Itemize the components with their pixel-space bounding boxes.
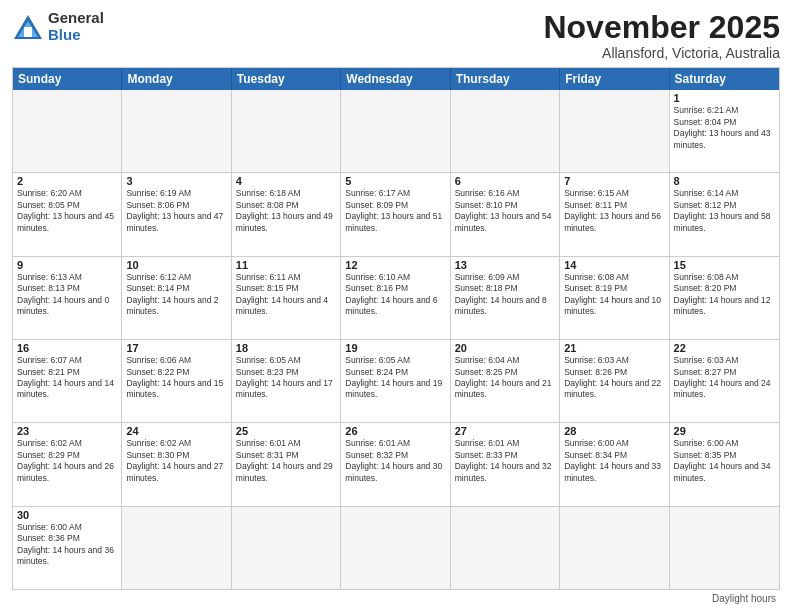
logo-icon	[12, 13, 44, 41]
logo-text: General Blue	[48, 10, 104, 43]
day-number: 6	[455, 175, 555, 187]
day-cell-21: 21Sunrise: 6:03 AM Sunset: 8:26 PM Dayli…	[560, 340, 669, 422]
day-number: 29	[674, 425, 775, 437]
day-info: Sunrise: 6:12 AM Sunset: 8:14 PM Dayligh…	[126, 272, 226, 318]
day-number: 11	[236, 259, 336, 271]
location-subtitle: Allansford, Victoria, Australia	[543, 45, 780, 61]
day-cell-4: 4Sunrise: 6:18 AM Sunset: 8:08 PM Daylig…	[232, 173, 341, 255]
day-number: 3	[126, 175, 226, 187]
day-info: Sunrise: 6:02 AM Sunset: 8:30 PM Dayligh…	[126, 438, 226, 484]
empty-cell	[560, 90, 669, 172]
day-info: Sunrise: 6:07 AM Sunset: 8:21 PM Dayligh…	[17, 355, 117, 401]
day-number: 7	[564, 175, 664, 187]
day-cell-5: 5Sunrise: 6:17 AM Sunset: 8:09 PM Daylig…	[341, 173, 450, 255]
day-number: 26	[345, 425, 445, 437]
footer-note: Daylight hours	[12, 593, 780, 604]
day-info: Sunrise: 6:15 AM Sunset: 8:11 PM Dayligh…	[564, 188, 664, 234]
day-info: Sunrise: 6:02 AM Sunset: 8:29 PM Dayligh…	[17, 438, 117, 484]
day-cell-7: 7Sunrise: 6:15 AM Sunset: 8:11 PM Daylig…	[560, 173, 669, 255]
day-cell-30: 30Sunrise: 6:00 AM Sunset: 8:36 PM Dayli…	[13, 507, 122, 589]
day-header-monday: Monday	[122, 68, 231, 90]
day-number: 30	[17, 509, 117, 521]
day-info: Sunrise: 6:19 AM Sunset: 8:06 PM Dayligh…	[126, 188, 226, 234]
calendar-body: 1Sunrise: 6:21 AM Sunset: 8:04 PM Daylig…	[13, 90, 779, 589]
day-cell-16: 16Sunrise: 6:07 AM Sunset: 8:21 PM Dayli…	[13, 340, 122, 422]
empty-cell	[122, 507, 231, 589]
day-number: 19	[345, 342, 445, 354]
header: General Blue November 2025 Allansford, V…	[12, 10, 780, 61]
day-cell-19: 19Sunrise: 6:05 AM Sunset: 8:24 PM Dayli…	[341, 340, 450, 422]
calendar-week-4: 16Sunrise: 6:07 AM Sunset: 8:21 PM Dayli…	[13, 339, 779, 422]
day-cell-6: 6Sunrise: 6:16 AM Sunset: 8:10 PM Daylig…	[451, 173, 560, 255]
day-number: 4	[236, 175, 336, 187]
day-info: Sunrise: 6:03 AM Sunset: 8:26 PM Dayligh…	[564, 355, 664, 401]
day-info: Sunrise: 6:01 AM Sunset: 8:32 PM Dayligh…	[345, 438, 445, 484]
calendar-week-5: 23Sunrise: 6:02 AM Sunset: 8:29 PM Dayli…	[13, 422, 779, 505]
day-cell-17: 17Sunrise: 6:06 AM Sunset: 8:22 PM Dayli…	[122, 340, 231, 422]
calendar-week-2: 2Sunrise: 6:20 AM Sunset: 8:05 PM Daylig…	[13, 172, 779, 255]
day-cell-1: 1Sunrise: 6:21 AM Sunset: 8:04 PM Daylig…	[670, 90, 779, 172]
day-info: Sunrise: 6:06 AM Sunset: 8:22 PM Dayligh…	[126, 355, 226, 401]
day-info: Sunrise: 6:21 AM Sunset: 8:04 PM Dayligh…	[674, 105, 775, 151]
day-header-wednesday: Wednesday	[341, 68, 450, 90]
day-number: 25	[236, 425, 336, 437]
day-number: 18	[236, 342, 336, 354]
day-cell-3: 3Sunrise: 6:19 AM Sunset: 8:06 PM Daylig…	[122, 173, 231, 255]
day-info: Sunrise: 6:04 AM Sunset: 8:25 PM Dayligh…	[455, 355, 555, 401]
day-cell-27: 27Sunrise: 6:01 AM Sunset: 8:33 PM Dayli…	[451, 423, 560, 505]
empty-cell	[560, 507, 669, 589]
day-number: 16	[17, 342, 117, 354]
day-number: 13	[455, 259, 555, 271]
empty-cell	[341, 90, 450, 172]
day-header-tuesday: Tuesday	[232, 68, 341, 90]
day-info: Sunrise: 6:08 AM Sunset: 8:20 PM Dayligh…	[674, 272, 775, 318]
day-cell-26: 26Sunrise: 6:01 AM Sunset: 8:32 PM Dayli…	[341, 423, 450, 505]
day-cell-11: 11Sunrise: 6:11 AM Sunset: 8:15 PM Dayli…	[232, 257, 341, 339]
calendar-week-6: 30Sunrise: 6:00 AM Sunset: 8:36 PM Dayli…	[13, 506, 779, 589]
day-cell-14: 14Sunrise: 6:08 AM Sunset: 8:19 PM Dayli…	[560, 257, 669, 339]
page: General Blue November 2025 Allansford, V…	[0, 0, 792, 612]
day-number: 15	[674, 259, 775, 271]
calendar-week-3: 9Sunrise: 6:13 AM Sunset: 8:13 PM Daylig…	[13, 256, 779, 339]
day-info: Sunrise: 6:08 AM Sunset: 8:19 PM Dayligh…	[564, 272, 664, 318]
day-number: 14	[564, 259, 664, 271]
day-info: Sunrise: 6:00 AM Sunset: 8:35 PM Dayligh…	[674, 438, 775, 484]
day-info: Sunrise: 6:20 AM Sunset: 8:05 PM Dayligh…	[17, 188, 117, 234]
day-cell-25: 25Sunrise: 6:01 AM Sunset: 8:31 PM Dayli…	[232, 423, 341, 505]
day-number: 10	[126, 259, 226, 271]
day-header-sunday: Sunday	[13, 68, 122, 90]
empty-cell	[122, 90, 231, 172]
calendar-week-1: 1Sunrise: 6:21 AM Sunset: 8:04 PM Daylig…	[13, 90, 779, 172]
day-number: 12	[345, 259, 445, 271]
day-number: 9	[17, 259, 117, 271]
day-cell-24: 24Sunrise: 6:02 AM Sunset: 8:30 PM Dayli…	[122, 423, 231, 505]
day-number: 21	[564, 342, 664, 354]
day-info: Sunrise: 6:03 AM Sunset: 8:27 PM Dayligh…	[674, 355, 775, 401]
calendar-header: SundayMondayTuesdayWednesdayThursdayFrid…	[13, 68, 779, 90]
day-cell-15: 15Sunrise: 6:08 AM Sunset: 8:20 PM Dayli…	[670, 257, 779, 339]
day-cell-29: 29Sunrise: 6:00 AM Sunset: 8:35 PM Dayli…	[670, 423, 779, 505]
day-number: 1	[674, 92, 775, 104]
day-info: Sunrise: 6:18 AM Sunset: 8:08 PM Dayligh…	[236, 188, 336, 234]
day-number: 8	[674, 175, 775, 187]
day-info: Sunrise: 6:05 AM Sunset: 8:24 PM Dayligh…	[345, 355, 445, 401]
svg-rect-2	[24, 27, 32, 37]
day-info: Sunrise: 6:14 AM Sunset: 8:12 PM Dayligh…	[674, 188, 775, 234]
calendar: SundayMondayTuesdayWednesdayThursdayFrid…	[12, 67, 780, 590]
day-cell-9: 9Sunrise: 6:13 AM Sunset: 8:13 PM Daylig…	[13, 257, 122, 339]
day-number: 20	[455, 342, 555, 354]
day-number: 27	[455, 425, 555, 437]
empty-cell	[451, 507, 560, 589]
day-cell-28: 28Sunrise: 6:00 AM Sunset: 8:34 PM Dayli…	[560, 423, 669, 505]
day-number: 5	[345, 175, 445, 187]
day-number: 23	[17, 425, 117, 437]
day-info: Sunrise: 6:13 AM Sunset: 8:13 PM Dayligh…	[17, 272, 117, 318]
day-cell-10: 10Sunrise: 6:12 AM Sunset: 8:14 PM Dayli…	[122, 257, 231, 339]
day-info: Sunrise: 6:00 AM Sunset: 8:36 PM Dayligh…	[17, 522, 117, 568]
day-cell-8: 8Sunrise: 6:14 AM Sunset: 8:12 PM Daylig…	[670, 173, 779, 255]
day-header-friday: Friday	[560, 68, 669, 90]
title-block: November 2025 Allansford, Victoria, Aust…	[543, 10, 780, 61]
empty-cell	[670, 507, 779, 589]
day-cell-23: 23Sunrise: 6:02 AM Sunset: 8:29 PM Dayli…	[13, 423, 122, 505]
day-cell-20: 20Sunrise: 6:04 AM Sunset: 8:25 PM Dayli…	[451, 340, 560, 422]
